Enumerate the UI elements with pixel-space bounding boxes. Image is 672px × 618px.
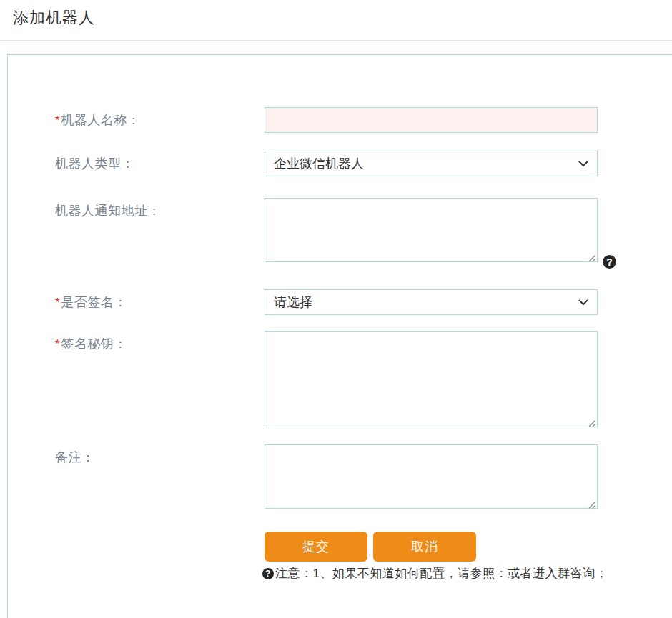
notify-address-label: 机器人通知地址： (55, 202, 262, 219)
robot-type-select[interactable]: 企业微信机器人 (265, 151, 598, 176)
add-robot-form-panel: *机器人名称： 机器人类型： 企业微信机器人 机器人通知地址： ? *是否签名：… (7, 54, 672, 618)
sign-secret-label: *签名秘钥： (55, 335, 262, 352)
sign-flag-label: *是否签名： (55, 294, 262, 311)
robot-name-input[interactable] (265, 107, 598, 133)
sign-secret-textarea[interactable] (265, 331, 598, 427)
remark-textarea[interactable] (265, 444, 598, 509)
chevron-down-icon (578, 161, 588, 167)
sign-flag-selected-value: 请选择 (274, 294, 312, 311)
notify-address-textarea[interactable] (265, 198, 598, 262)
submit-button[interactable]: 提交 (265, 532, 367, 562)
required-asterisk: * (55, 114, 60, 127)
sign-flag-select[interactable]: 请选择 (265, 289, 598, 315)
header-divider (0, 40, 672, 41)
robot-name-label: *机器人名称： (55, 111, 262, 129)
question-circle-icon: ? (262, 568, 274, 579)
remark-label: 备注： (55, 449, 262, 466)
chevron-down-icon (578, 299, 588, 306)
page-title: 添加机器人 (13, 7, 95, 29)
config-note: ? 注意：1、如果不知道如何配置，请参照：或者进入群咨询； (262, 565, 608, 582)
required-asterisk: * (55, 337, 60, 351)
notify-address-help-icon[interactable]: ? (603, 255, 616, 269)
note-text: 注意：1、如果不知道如何配置，请参照：或者进入群咨询； (275, 565, 608, 582)
robot-type-label: 机器人类型： (55, 155, 262, 172)
robot-type-selected-value: 企业微信机器人 (274, 155, 364, 172)
required-asterisk: * (55, 296, 60, 309)
cancel-button[interactable]: 取消 (373, 532, 476, 562)
